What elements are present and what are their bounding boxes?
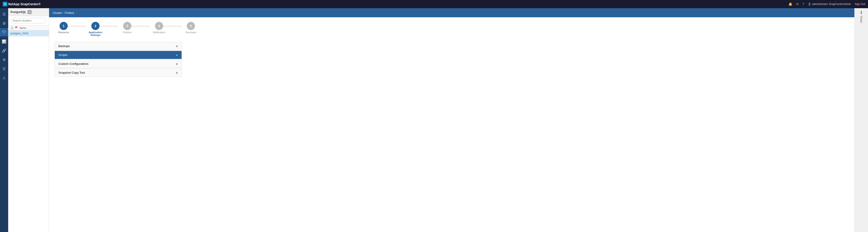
main-content: 1 Resource 2 Application Settings 3 bbox=[49, 17, 855, 232]
bell-icon[interactable]: 🔔 bbox=[788, 2, 792, 6]
rail-topology[interactable]: ⚙ bbox=[0, 56, 8, 64]
logo-icon: N bbox=[3, 2, 7, 6]
step-circle-2: 2 bbox=[91, 22, 99, 30]
accordion-header-snapshot-copy-tool[interactable]: Snapshot Copy Tool ∨ bbox=[55, 69, 182, 77]
accordion-section-snapshot-copy-tool: Snapshot Copy Tool ∨ bbox=[55, 68, 182, 77]
sign-out-link[interactable]: Sign Out bbox=[855, 2, 865, 6]
wizard-step-1: 1 Resource bbox=[55, 22, 73, 34]
custom-configurations-label: Custom Configurations bbox=[58, 62, 88, 65]
wizard-step-4: 4 Notification bbox=[150, 22, 168, 34]
top-header: N NetApp SnapCenter® 🔔 ✉ ? 👤 administrat… bbox=[0, 0, 868, 8]
accordion-container: Backups ∨ Scripts ∨ Custom Configuration… bbox=[55, 42, 182, 77]
sidebar-item-postgres[interactable]: postgres_5432 bbox=[8, 30, 49, 36]
backups-chevron-icon: ∨ bbox=[176, 45, 178, 48]
netapp-logo: N NetApp SnapCenter® bbox=[3, 2, 41, 6]
rail-chart[interactable]: 📊 bbox=[0, 37, 8, 46]
rail-list[interactable]: ☰ bbox=[0, 65, 8, 73]
main-layout: ☰ ⊞ 🛡 📊 🔗 ⚙ ☰ ⚠ PostgreSQL ▾ 📋 🚩 Name po… bbox=[0, 8, 868, 232]
search-container bbox=[8, 16, 49, 26]
help-icon[interactable]: ? bbox=[802, 2, 804, 6]
rail-warning[interactable]: ⚠ bbox=[0, 74, 8, 82]
user-icon: 👤 bbox=[808, 2, 811, 6]
instance-name: SnapCenterAdmin bbox=[829, 2, 851, 6]
content-area: Cluster - Protect 1 Resource 2 bbox=[49, 8, 855, 232]
info-icon: ℹ bbox=[861, 10, 862, 15]
table-header: 📋 🚩 Name bbox=[8, 26, 49, 30]
user-info: 👤 administrator SnapCenterAdmin bbox=[808, 2, 851, 6]
step-label-1: Resource bbox=[55, 31, 73, 34]
step-label-3: Policies bbox=[118, 31, 136, 34]
breadcrumb: Cluster - Protect bbox=[53, 11, 74, 14]
app-name: NetApp SnapCenter® bbox=[8, 2, 41, 6]
username: administrator bbox=[812, 2, 828, 6]
header-left: N NetApp SnapCenter® bbox=[3, 2, 41, 6]
step-circle-1: 1 bbox=[60, 22, 68, 30]
flag-icon: 🚩 bbox=[15, 26, 18, 29]
custom-configurations-chevron-icon: ∨ bbox=[176, 62, 178, 65]
accordion-section-backups: Backups ∨ bbox=[55, 42, 182, 50]
rail-menu[interactable]: ☰ bbox=[0, 10, 8, 18]
list-icon: 📋 bbox=[10, 26, 13, 29]
snapshot-copy-tool-label: Snapshot Copy Tool bbox=[58, 71, 85, 75]
mail-icon[interactable]: ✉ bbox=[796, 2, 799, 6]
step-label-2: Application Settings bbox=[86, 31, 104, 36]
rail-nodes[interactable]: 🔗 bbox=[0, 47, 8, 55]
sub-header: Cluster - Protect bbox=[49, 8, 855, 17]
wizard-step-2: 2 Application Settings bbox=[86, 22, 104, 36]
snapshot-copy-tool-chevron-icon: ∨ bbox=[176, 71, 178, 75]
step-circle-3: 3 bbox=[123, 22, 131, 30]
scripts-chevron-icon: ∨ bbox=[176, 54, 178, 57]
accordion-section-custom-configurations: Custom Configurations ∨ bbox=[55, 60, 182, 68]
backups-label: Backups bbox=[58, 45, 70, 48]
details-panel: ℹ Details bbox=[855, 8, 868, 232]
plugin-header: PostgreSQL ▾ bbox=[8, 8, 49, 16]
plugin-label: PostgreSQL bbox=[10, 10, 26, 13]
wizard-step-5: 5 Summary bbox=[182, 22, 200, 34]
accordion-header-custom-configurations[interactable]: Custom Configurations ∨ bbox=[55, 60, 182, 68]
search-input[interactable] bbox=[10, 18, 46, 23]
step-circle-4: 4 bbox=[155, 22, 163, 30]
accordion-header-backups[interactable]: Backups ∨ bbox=[55, 42, 182, 50]
sidebar: PostgreSQL ▾ 📋 🚩 Name postgres_5432 bbox=[8, 8, 49, 232]
icon-rail: ☰ ⊞ 🛡 📊 🔗 ⚙ ☰ ⚠ bbox=[0, 8, 8, 232]
step-circle-5: 5 bbox=[187, 22, 195, 30]
name-column-label: Name bbox=[20, 27, 26, 29]
accordion-section-scripts: Scripts ∨ bbox=[55, 51, 182, 59]
header-right: 🔔 ✉ ? 👤 administrator SnapCenterAdmin Si… bbox=[788, 2, 865, 6]
scripts-label: Scripts bbox=[58, 53, 67, 57]
wizard-step-3: 3 Policies bbox=[118, 22, 136, 34]
step-label-5: Summary bbox=[182, 31, 200, 34]
rail-shield[interactable]: 🛡 bbox=[0, 28, 8, 36]
accordion-header-scripts[interactable]: Scripts ∨ bbox=[55, 51, 182, 59]
plugin-dropdown-button[interactable]: ▾ bbox=[28, 10, 32, 14]
details-label: Details bbox=[860, 16, 863, 23]
rail-grid[interactable]: ⊞ bbox=[0, 19, 8, 27]
wizard-steps: 1 Resource 2 Application Settings 3 bbox=[55, 22, 849, 36]
step-label-4: Notification bbox=[150, 31, 168, 34]
